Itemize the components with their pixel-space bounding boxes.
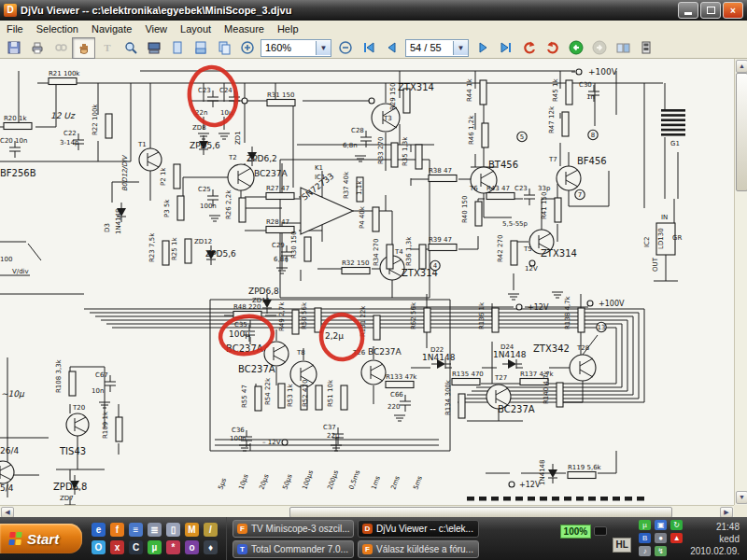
quicklaunch-dark-app-icon[interactable]: ♦ [204, 540, 218, 554]
toolbar-print-button[interactable] [25, 37, 49, 59]
svg-text:T2: T2 [228, 154, 237, 161]
svg-text:R49 2,7k: R49 2,7k [278, 301, 286, 331]
close-button[interactable]: × [723, 2, 743, 19]
svg-text:C28: C28 [351, 127, 364, 134]
svg-text:R140 4,7k: R140 4,7k [543, 370, 550, 404]
toolbar-zoom-out-button[interactable] [333, 37, 357, 59]
quicklaunch-pda-icon[interactable]: ▯ [166, 523, 180, 537]
toolbar-rotate-right-button[interactable] [541, 37, 564, 59]
quicklaunch-blue-app-icon[interactable]: ≡ [129, 523, 143, 537]
menu-view[interactable]: View [138, 22, 174, 35]
title-bar[interactable]: D DjVu Viewer -- c:\elektronika\egyebek\… [0, 0, 747, 21]
svg-text:T3: T3 [383, 115, 392, 122]
taskbar-task-totalcmd[interactable]: TTotal Commander 7.0... [233, 540, 354, 558]
taskbar-task-firefox[interactable]: FTV Miniscope-3 oszcil... [233, 520, 354, 538]
toolbar-zoom-tool-button[interactable] [119, 37, 142, 59]
toolbar-last-page-button[interactable] [494, 37, 517, 59]
svg-text:T20: T20 [72, 404, 85, 412]
chevron-down-icon[interactable]: ▼ [316, 41, 331, 55]
quicklaunch-orb-app-icon[interactable]: o [185, 540, 199, 554]
vertical-scrollbar[interactable]: ▲ ▼ [734, 59, 747, 517]
task-button-area: FTV Miniscope-3 oszcil...DDjVu Viewer --… [227, 517, 485, 560]
quicklaunch-flower-app-icon[interactable]: * [166, 540, 180, 554]
minimize-button[interactable] [678, 2, 698, 19]
scroll-up-icon[interactable]: ▲ [736, 60, 747, 73]
language-indicator[interactable]: HL [613, 538, 631, 553]
tray-bluetooth-icon[interactable]: B [639, 533, 651, 543]
toolbar-next-page-button[interactable] [471, 37, 494, 59]
taskbar-task-djvu[interactable]: DDjVu Viewer -- c:\elek... [358, 520, 479, 538]
quicklaunch-browser-icon[interactable]: O [92, 540, 106, 554]
svg-text:R134 300k: R134 300k [444, 379, 452, 415]
quicklaunch-crown-app-icon[interactable]: M [185, 523, 199, 537]
toolbar-page-facing-button[interactable] [189, 37, 212, 59]
toolbar-prev-page-button[interactable] [380, 37, 403, 59]
menu-layout[interactable]: Layout [174, 22, 218, 35]
svg-text:12 Uz: 12 Uz [50, 111, 76, 120]
taskbar-task-firefox[interactable]: FVálasz küldése a fóru... [358, 540, 479, 558]
toolbar-save-button[interactable] [2, 37, 25, 59]
document-canvas[interactable]: R21 100kR20 1kC20 10n12 UzC223-14pR22 10… [0, 59, 734, 505]
chevron-down-icon[interactable]: ▼ [453, 41, 468, 55]
rotate-right-icon [545, 40, 560, 55]
vertical-scroll-thumb[interactable] [736, 73, 747, 191]
scroll-down-icon[interactable]: ▼ [736, 491, 747, 504]
quicklaunch-firefox-icon[interactable]: f [110, 523, 124, 537]
menu-measure[interactable]: Measure [218, 22, 271, 35]
quicklaunch-internet-explorer-icon[interactable]: e [92, 523, 106, 537]
tray-network-icon[interactable]: ↯ [655, 546, 667, 556]
toolbar: T 160% ▼ 54 / 55 ▼ [0, 37, 747, 59]
menu-help[interactable]: Help [271, 22, 305, 35]
svg-text:100n: 100n [200, 203, 217, 210]
svg-text:R133 47k: R133 47k [386, 373, 417, 381]
svg-text:R53 1k: R53 1k [287, 384, 294, 407]
tray-agent-icon[interactable]: ● [655, 533, 667, 543]
tray-display-icon[interactable]: ▣ [655, 520, 667, 530]
svg-text:T8: T8 [296, 349, 305, 357]
toolbar-pan-tool-button[interactable] [72, 37, 95, 59]
quicklaunch-red-app-icon[interactable]: x [110, 540, 124, 554]
toolbar-forward-button [587, 37, 611, 59]
svg-text:10μs: 10μs [237, 473, 249, 491]
restore-button[interactable] [700, 2, 721, 19]
quicklaunch-c-app-icon[interactable]: C [129, 540, 143, 554]
svg-text:R136 1k: R136 1k [478, 301, 486, 329]
toolbar-thumbnails-button[interactable] [634, 37, 657, 59]
desktop: D DjVu Viewer -- c:\elektronika\egyebek\… [0, 0, 747, 560]
quicklaunch-utorrent-icon[interactable]: µ [148, 540, 162, 554]
svg-text:R51 10k: R51 10k [327, 379, 334, 407]
toolbar-back-button[interactable] [564, 37, 587, 59]
start-button[interactable]: Start [0, 524, 82, 553]
page-combo[interactable]: 54 / 55 ▼ [405, 39, 469, 57]
svg-text:R119 5,6k: R119 5,6k [568, 464, 602, 471]
tray-avira-icon[interactable]: ▲ [670, 533, 683, 543]
quicklaunch-pen-app-icon[interactable]: / [204, 523, 218, 537]
close-icon: × [730, 6, 736, 16]
tray-updater-icon[interactable]: ↻ [670, 520, 683, 530]
tray-utorrent-icon[interactable]: µ [639, 520, 651, 530]
system-tray: 100% HL µ▣↻B●▲♪↯ 21:48 kedd 2010.02.09. [560, 517, 747, 560]
zoom-combo[interactable]: 160% ▼ [261, 39, 331, 57]
svg-text:R46 1,2k: R46 1,2k [468, 115, 475, 145]
toolbar-rotate-left-button[interactable] [517, 37, 541, 59]
toolbar-first-page-button[interactable] [357, 37, 380, 59]
menu-navigate[interactable]: Navigate [85, 22, 138, 35]
toolbar-page-single-button[interactable] [165, 37, 189, 59]
clock-time: 21:48 [690, 521, 740, 533]
tray-volume-icon[interactable]: ♪ [639, 546, 651, 556]
firefox-icon: F [237, 524, 247, 534]
toolbar-layout-sidebar-button[interactable] [611, 37, 634, 59]
svg-text:P4 40k: P4 40k [359, 205, 366, 229]
menu-file[interactable]: File [0, 22, 30, 35]
svg-text:R35 1,3k: R35 1,3k [402, 136, 409, 166]
quicklaunch-notes-icon[interactable]: ≣ [148, 523, 162, 537]
toolbar-zoom-in-button[interactable] [235, 37, 259, 59]
menu-selection[interactable]: Selection [30, 22, 85, 35]
toolbar-stamp-tool-button[interactable] [142, 37, 165, 59]
horizontal-scrollbar[interactable]: ◀ ▶ [0, 505, 734, 517]
svg-text:LD130: LD130 [657, 228, 665, 249]
svg-text:B0D12/DIV: B0D12/DIV [121, 154, 129, 191]
toolbar-page-continuous-button[interactable] [212, 37, 235, 59]
svg-text:5ms: 5ms [412, 475, 424, 491]
svg-text:ZTX342: ZTX342 [533, 343, 570, 354]
